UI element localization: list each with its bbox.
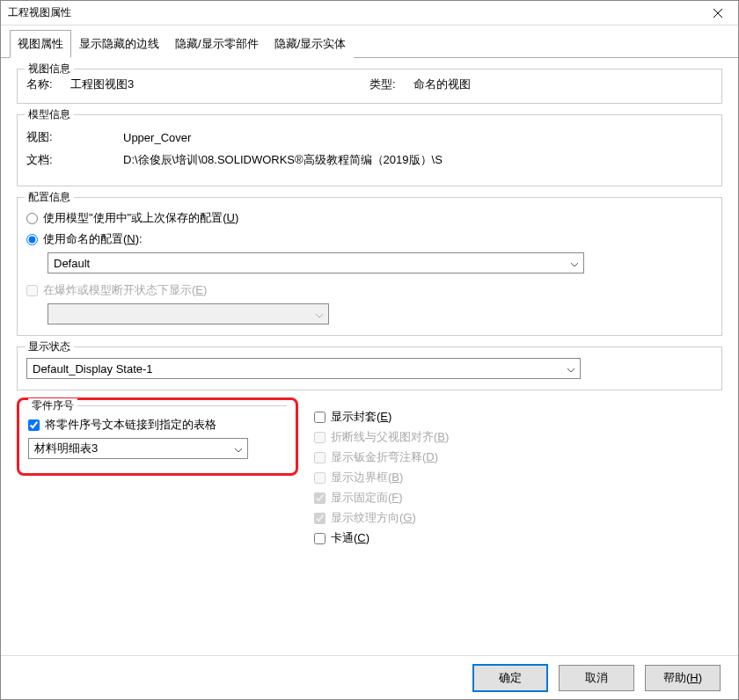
chevron-down-icon — [316, 308, 323, 321]
chk-fixedface-input — [314, 492, 326, 504]
radio-use-named-config-input[interactable] — [26, 234, 38, 245]
ok-button[interactable]: 确定 — [472, 664, 548, 692]
config-select-value: Default — [54, 257, 90, 270]
view-info-legend: 视图信息 — [25, 62, 74, 77]
content-area: 视图信息 名称: 工程图视图3 类型: 命名的视图 模型信息 视图: Upper… — [1, 58, 738, 656]
view-info-group: 视图信息 名称: 工程图视图3 类型: 命名的视图 — [17, 69, 722, 104]
tab-view-properties[interactable]: 视图属性 — [10, 30, 71, 58]
chevron-down-icon — [567, 362, 574, 376]
close-button[interactable] — [705, 4, 731, 22]
radio-use-model-config-input[interactable] — [26, 213, 38, 224]
config-info-legend: 配置信息 — [25, 190, 74, 205]
radio-use-named-label: 使用命名的配置(N): — [43, 231, 143, 247]
bom-select[interactable]: 材料明细表3 — [28, 438, 248, 459]
dialog-window: 工程视图属性 视图属性 显示隐藏的边线 隐藏/显示零部件 隐藏/显示实体 视图信… — [0, 0, 739, 700]
radio-use-model-config[interactable]: 使用模型"使用中"或上次保存的配置(U) — [26, 210, 713, 226]
explode-select — [48, 303, 329, 324]
chk-sheetmetal-input — [314, 452, 326, 463]
type-value: 命名的视图 — [413, 77, 471, 92]
chk-align: 折断线与父视图对齐(B) — [314, 429, 722, 445]
chk-grain-input — [314, 513, 326, 524]
chk-sheetmetal: 显示钣金折弯注释(D) — [314, 449, 722, 465]
footer: 确定 取消 帮助(H) — [1, 655, 738, 699]
radio-use-model-label: 使用模型"使用中"或上次保存的配置(U) — [43, 210, 238, 226]
tab-hidden-edges[interactable]: 显示隐藏的边线 — [71, 30, 167, 58]
doc-value: D:\徐俊辰\培训\08.SOLIDWORKS®高级教程简编（2019版）\S — [123, 152, 443, 168]
tab-hide-show-components[interactable]: 隐藏/显示零部件 — [167, 30, 267, 58]
chk-align-input — [314, 432, 326, 443]
display-state-group: 显示状态 Default_Display State-1 — [17, 346, 722, 390]
chevron-down-icon — [571, 257, 578, 270]
chk-exploded-label: 在爆炸或模型断开状态下显示(E) — [43, 282, 207, 298]
display-state-legend: 显示状态 — [25, 339, 74, 354]
close-icon — [713, 9, 722, 18]
bom-select-value: 材料明细表3 — [34, 441, 98, 456]
type-label: 类型: — [370, 77, 413, 92]
right-options: 显示封套(E) 折断线与父视图对齐(B) 显示钣金折弯注释(D) 显示边界框(B… — [314, 401, 722, 551]
balloons-legend: 零件序号 — [28, 398, 77, 413]
radio-use-named-config[interactable]: 使用命名的配置(N): — [26, 231, 713, 247]
chk-envelope-input[interactable] — [314, 412, 326, 423]
chk-link-balloon-label: 将零件序号文本链接到指定的表格 — [45, 417, 216, 433]
view-value: Upper_Cover — [123, 131, 191, 144]
config-select[interactable]: Default — [48, 252, 584, 273]
model-info-legend: 模型信息 — [25, 107, 74, 122]
config-info-group: 配置信息 使用模型"使用中"或上次保存的配置(U) 使用命名的配置(N): De… — [17, 197, 722, 336]
chk-cartoon-input[interactable] — [314, 533, 326, 544]
balloons-highlight: 零件序号 将零件序号文本链接到指定的表格 材料明细表3 — [17, 397, 298, 476]
chk-fixedface: 显示固定面(F) — [314, 490, 722, 506]
chk-cartoon[interactable]: 卡通(C) — [314, 530, 722, 546]
window-title: 工程视图属性 — [8, 5, 705, 20]
chk-envelope[interactable]: 显示封套(E) — [314, 409, 722, 425]
balloons-group: 零件序号 — [28, 405, 287, 410]
titlebar: 工程视图属性 — [1, 1, 738, 26]
chk-bbox-input — [314, 472, 326, 484]
view-label: 视图: — [26, 129, 70, 145]
chk-link-balloon-input[interactable] — [28, 419, 40, 431]
name-label: 名称: — [26, 77, 70, 92]
chk-exploded: 在爆炸或模型断开状态下显示(E) — [26, 282, 713, 298]
chk-bbox: 显示边界框(B) — [314, 470, 722, 485]
chevron-down-icon — [235, 442, 242, 456]
tab-bar: 视图属性 显示隐藏的边线 隐藏/显示零部件 隐藏/显示实体 — [1, 29, 738, 58]
model-info-group: 模型信息 视图: Upper_Cover 文档: D:\徐俊辰\培训\08.SO… — [17, 114, 722, 186]
display-state-select[interactable]: Default_Display State-1 — [26, 358, 581, 379]
chk-exploded-input — [26, 285, 38, 296]
doc-label: 文档: — [26, 152, 70, 168]
display-state-value: Default_Display State-1 — [33, 362, 153, 376]
chk-grain: 显示纹理方向(G) — [314, 510, 722, 526]
tab-hide-show-bodies[interactable]: 隐藏/显示实体 — [267, 30, 355, 58]
cancel-button[interactable]: 取消 — [559, 665, 634, 691]
name-value: 工程图视图3 — [70, 77, 134, 92]
help-button[interactable]: 帮助(H) — [645, 665, 721, 691]
chk-link-balloon[interactable]: 将零件序号文本链接到指定的表格 — [28, 417, 287, 433]
